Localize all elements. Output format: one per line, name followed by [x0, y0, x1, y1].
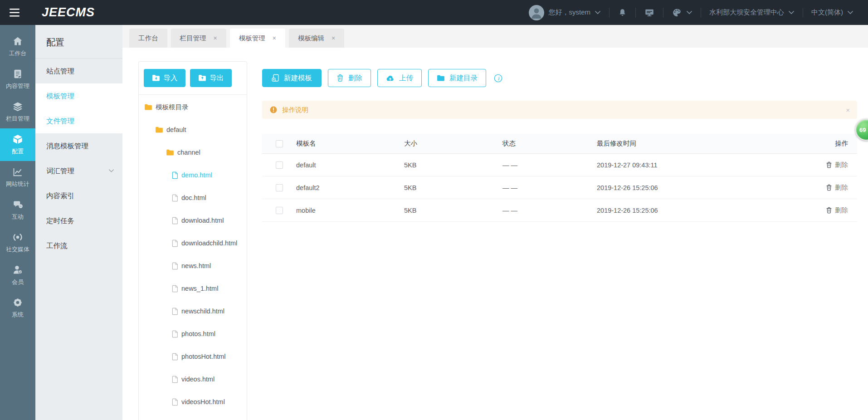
tab-close-icon[interactable]: × — [214, 34, 217, 42]
site-name: 水利部大坝安全管理中心 — [709, 8, 784, 17]
tree-node-file[interactable]: news_1.html — [139, 277, 247, 300]
info-icon[interactable]: i — [493, 73, 503, 83]
tree-node-file[interactable]: videos.html — [139, 368, 247, 391]
sidebar-item-stats[interactable]: 网站统计 — [0, 161, 35, 194]
chevron-down-icon — [595, 10, 601, 15]
tree-node-file[interactable]: videosHot.html — [139, 391, 247, 413]
tree-node-file[interactable]: vote.html — [139, 413, 247, 420]
menu-toggle-button[interactable] — [0, 0, 29, 25]
file-icon — [171, 308, 178, 315]
export-button[interactable]: 导出 — [190, 69, 232, 87]
table-row[interactable]: mobile 5KB — — 2019-12-26 15:25:06 删除 — [262, 199, 857, 222]
tree-node-file[interactable]: newschild.html — [139, 300, 247, 322]
row-delete-button[interactable]: 删除 — [826, 161, 848, 169]
tree-node-file[interactable]: doc.html — [139, 186, 247, 209]
cube-icon — [12, 134, 23, 145]
tab-channel-management[interactable]: 栏目管理 × — [171, 29, 226, 48]
display-button[interactable] — [644, 8, 655, 18]
submenu-item-files[interactable]: 文件管理 — [35, 108, 122, 133]
trash-icon — [826, 184, 832, 191]
tab-workbench[interactable]: 工作台 — [129, 29, 167, 48]
submenu-panel: 配置 站点管理 模板管理 文件管理 消息模板管理 词汇管理 内容索引 定时任务 … — [35, 25, 122, 420]
file-icon — [171, 398, 178, 406]
member-icon — [12, 264, 23, 275]
submenu-item-sites[interactable]: 站点管理 — [35, 59, 122, 83]
topbar-divider — [701, 8, 701, 18]
submenu-item-templates[interactable]: 模板管理 — [35, 83, 122, 108]
sidebar-item-channels[interactable]: 栏目管理 — [0, 96, 35, 128]
sidebar-item-members[interactable]: 会员 — [0, 259, 35, 292]
tab-template-edit[interactable]: 模板编辑 × — [289, 29, 344, 48]
theme-selector[interactable] — [672, 8, 692, 18]
cell-status: — — — [502, 207, 597, 214]
site-selector[interactable]: 水利部大坝安全管理中心 — [709, 8, 795, 17]
tree-node-file[interactable]: downloadchild.html — [139, 232, 247, 254]
tree-node-file[interactable]: photos.html — [139, 322, 247, 345]
export-button-label: 导出 — [210, 73, 224, 83]
alert-close-icon[interactable]: × — [846, 106, 850, 114]
submenu-item-label: 工作流 — [46, 233, 68, 258]
tree-node-label: news.html — [181, 262, 211, 269]
user-menu[interactable]: 您好，system — [529, 5, 601, 20]
new-template-button[interactable]: 新建模板 — [262, 69, 322, 87]
tree-node-folder[interactable]: default — [139, 118, 247, 141]
stats-icon — [12, 166, 23, 177]
cell-size: 5KB — [404, 161, 502, 169]
alert-banner: 操作说明 × — [262, 101, 857, 119]
tab-template-management[interactable]: 模板管理 × — [230, 29, 285, 48]
language-label: 中文(简体) — [811, 8, 843, 17]
row-checkbox[interactable] — [276, 161, 283, 169]
language-selector[interactable]: 中文(简体) — [811, 8, 853, 17]
hamburger-icon — [10, 9, 20, 17]
table-row[interactable]: default2 5KB — — 2019-12-26 15:25:06 删除 — [262, 176, 857, 199]
cell-modified: 2019-12-27 09:43:11 — [597, 161, 812, 169]
sidebar-item-content[interactable]: 内容管理 — [0, 63, 35, 96]
submenu-item-scheduled-tasks[interactable]: 定时任务 — [35, 208, 122, 233]
tab-close-icon[interactable]: × — [273, 34, 276, 42]
sidebar-item-workbench[interactable]: 工作台 — [0, 30, 35, 63]
trash-icon — [336, 74, 344, 82]
topbar-divider — [609, 8, 610, 18]
cell-status: — — — [502, 184, 597, 191]
sidebar-item-label: 会员 — [12, 278, 24, 286]
sidebar-item-config[interactable]: 配置 — [0, 128, 35, 161]
submenu-item-vocabulary[interactable]: 词汇管理 — [35, 158, 122, 183]
row-checkbox[interactable] — [276, 207, 283, 214]
sidebar-item-system[interactable]: 系统 — [0, 292, 35, 324]
tree-node-folder[interactable]: channel — [139, 141, 247, 164]
sidebar-item-label: 系统 — [12, 311, 24, 319]
sidebar-item-label: 栏目管理 — [6, 115, 29, 123]
row-delete-button[interactable]: 删除 — [826, 206, 848, 215]
tree-node-folder[interactable]: 模板根目录 — [139, 96, 247, 118]
table-row[interactable]: default 5KB — — 2019-12-27 09:43:11 删除 — [262, 154, 857, 176]
select-all-checkbox[interactable] — [276, 140, 283, 147]
sidebar-item-social[interactable]: 社交媒体 — [0, 226, 35, 259]
file-icon — [171, 353, 178, 361]
chat-icon — [12, 199, 23, 210]
row-checkbox[interactable] — [276, 184, 283, 191]
tree-node-file-selected[interactable]: demo.html — [139, 164, 247, 186]
palette-icon — [672, 8, 682, 18]
row-delete-button[interactable]: 删除 — [826, 183, 848, 192]
template-tree-panel: 导入 导出 模板根目录 default channel — [138, 61, 247, 420]
monitor-icon — [644, 8, 655, 18]
tree-node-file[interactable]: download.html — [139, 209, 247, 232]
import-button[interactable]: 导入 — [144, 69, 185, 87]
sidebar-item-interaction[interactable]: 互动 — [0, 194, 35, 226]
template-main-panel: 新建模板 删除 上传 — [262, 69, 857, 222]
cell-size: 5KB — [404, 207, 502, 214]
new-folder-button[interactable]: 新建目录 — [428, 69, 486, 87]
tree-node-file[interactable]: photosHot.html — [139, 345, 247, 368]
submenu-item-workflow[interactable]: 工作流 — [35, 233, 122, 258]
sidebar: 工作台 内容管理 栏目管理 配置 网站统计 — [0, 25, 35, 420]
tab-label: 模板管理 — [239, 34, 265, 43]
notifications-button[interactable] — [618, 8, 627, 18]
upload-button[interactable]: 上传 — [377, 69, 422, 87]
sidebar-item-label: 工作台 — [9, 49, 27, 58]
tree-node-file[interactable]: news.html — [139, 254, 247, 277]
submenu-item-message-templates[interactable]: 消息模板管理 — [35, 133, 122, 158]
delete-button[interactable]: 删除 — [328, 69, 371, 87]
cloud-upload-icon — [386, 74, 395, 82]
tab-close-icon[interactable]: × — [332, 34, 335, 42]
submenu-item-content-index[interactable]: 内容索引 — [35, 183, 122, 208]
